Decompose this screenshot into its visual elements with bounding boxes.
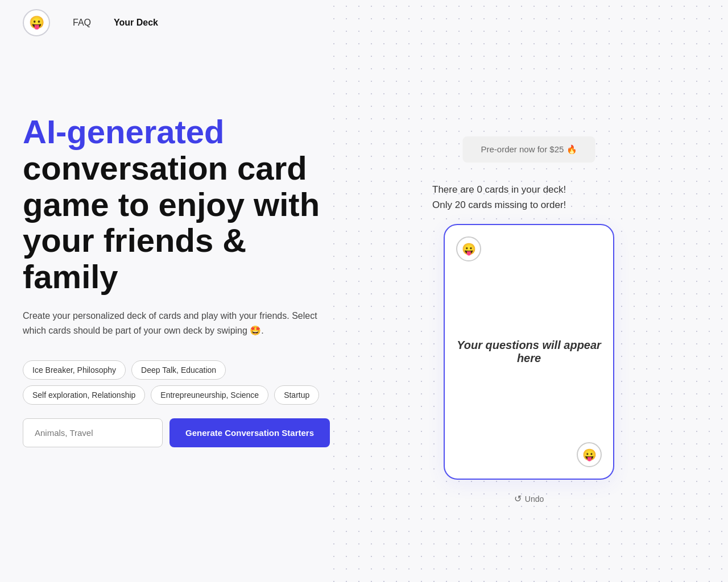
main-nav: FAQ Your Deck: [73, 18, 158, 28]
card-icon-bottom: 😛: [577, 442, 602, 467]
nav-faq[interactable]: FAQ: [73, 18, 91, 28]
tag-1[interactable]: Deep Talk, Education: [131, 360, 226, 380]
generate-button[interactable]: Generate Conversation Starters: [169, 418, 330, 447]
tag-2[interactable]: Self exploration, Relationship: [23, 385, 145, 405]
hero-title: AI-generated conversation card game to e…: [23, 114, 330, 295]
tag-4[interactable]: Startup: [274, 385, 319, 405]
right-column: Pre-order now for $25 🔥 There are 0 card…: [353, 68, 705, 559]
input-row: Generate Conversation Starters: [23, 418, 330, 447]
undo-bar[interactable]: ↺ Undo: [514, 493, 544, 504]
stats-line1: There are 0 cards in your deck!: [432, 182, 626, 197]
card-container: 😛 Your questions will appear here 😛: [444, 224, 614, 480]
app-logo: 😛: [23, 9, 50, 36]
stats-line2: Only 20 cards missing to order!: [432, 197, 626, 213]
card: 😛 Your questions will appear here 😛: [444, 224, 614, 480]
tag-0[interactable]: Ice Breaker, Philosophy: [23, 360, 126, 380]
hero-title-highlight: AI-generated: [23, 113, 225, 150]
hero-title-rest: conversation card game to enjoy with you…: [23, 149, 320, 295]
tag-list: Ice Breaker, Philosophy Deep Talk, Educa…: [23, 360, 330, 405]
tag-3[interactable]: Entrepreuneurship, Science: [151, 385, 268, 405]
card-icon-top: 😛: [456, 236, 481, 261]
hero-subtitle: Create your personalized deck of cards a…: [23, 309, 318, 338]
preorder-button[interactable]: Pre-order now for $25 🔥: [462, 136, 595, 163]
nav-your-deck[interactable]: Your Deck: [114, 18, 158, 28]
main-content: AI-generated conversation card game to e…: [0, 45, 728, 582]
stats-text: There are 0 cards in your deck! Only 20 …: [432, 182, 626, 213]
logo-icon: 😛: [29, 15, 44, 30]
card-text: Your questions will appear here: [445, 327, 613, 376]
undo-label: Undo: [525, 494, 544, 504]
topic-input[interactable]: [23, 418, 163, 447]
left-column: AI-generated conversation card game to e…: [23, 68, 353, 559]
undo-icon: ↺: [514, 493, 522, 504]
header: 😛 FAQ Your Deck: [0, 0, 728, 45]
